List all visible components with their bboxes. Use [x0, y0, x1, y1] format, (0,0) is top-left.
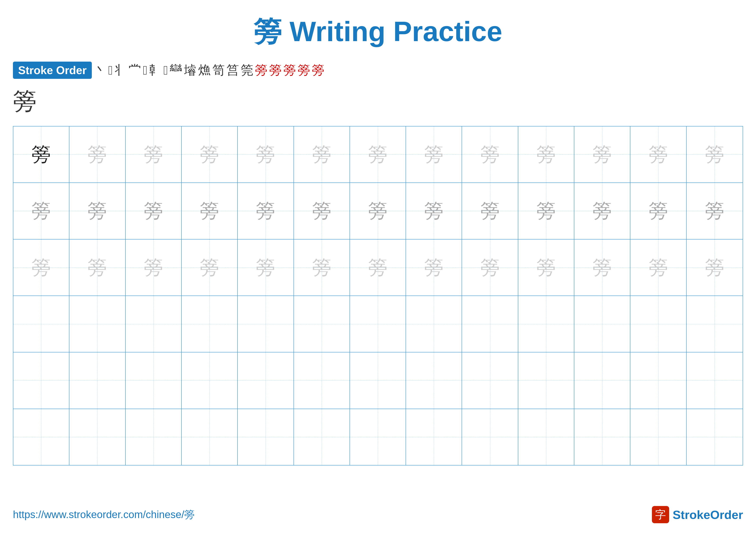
grid-cell: 篣: [687, 183, 742, 239]
grid-cell: 篣: [350, 183, 406, 239]
stroke-4: 龸: [129, 62, 141, 79]
stroke-2: 𠃊: [108, 63, 113, 78]
practice-char-medium: 篣: [536, 198, 556, 224]
stroke-5: 𠂎: [143, 63, 148, 78]
practice-char-medium: 篣: [88, 198, 107, 224]
grid-row-6: [14, 409, 742, 465]
grid-row-1: 篣 篣 篣 篣 篣 篣 篣 篣 篣 篣 篣 篣 篣: [14, 126, 742, 183]
grid-cell: 篣: [406, 126, 462, 183]
practice-char-light: 篣: [88, 254, 107, 281]
grid-cell-empty: [69, 409, 125, 465]
practice-char-medium: 篣: [144, 198, 163, 224]
stroke-order-section: Stroke Order 丶 𠃊 丬 龸 𠂎 龺 𠂎 龻 龼 龽 笥 筥 筦 篣…: [0, 57, 756, 83]
practice-grid: 篣 篣 篣 篣 篣 篣 篣 篣 篣 篣 篣 篣 篣 篣 篣 篣 篣 篣 篣 篣 …: [13, 126, 743, 466]
practice-char-light: 篣: [705, 254, 724, 281]
grid-cell: 篣: [462, 126, 518, 183]
practice-char-light: 篣: [480, 141, 500, 167]
grid-row-2: 篣 篣 篣 篣 篣 篣 篣 篣 篣 篣 篣 篣 篣: [14, 183, 742, 239]
grid-cell: 篣: [69, 126, 125, 183]
grid-cell-empty: [182, 296, 238, 352]
grid-cell: 篣: [630, 126, 687, 183]
grid-cell-empty: [462, 352, 518, 408]
grid-cell-empty: [350, 409, 406, 465]
grid-cell: 篣: [630, 240, 687, 295]
grid-cell-empty: [687, 352, 742, 408]
grid-cell-empty: [126, 296, 182, 352]
practice-char-light: 篣: [368, 141, 388, 167]
practice-char-medium: 篣: [592, 198, 612, 224]
strokeorder-logo-icon: 字: [652, 506, 669, 523]
grid-cell-empty: [14, 296, 69, 352]
grid-cell: 篣: [518, 240, 574, 295]
grid-cell-empty: [294, 409, 350, 465]
grid-cell: 篣: [238, 183, 294, 239]
stroke-11: 笥: [212, 62, 225, 79]
practice-char-light: 篣: [536, 254, 556, 281]
practice-char-light: 篣: [312, 254, 332, 281]
practice-char-light: 篣: [480, 254, 500, 281]
practice-char-light: 篣: [32, 254, 51, 281]
grid-cell: 篣: [406, 240, 462, 295]
practice-char-light: 篣: [592, 254, 612, 281]
grid-cell-empty: [574, 296, 630, 352]
grid-cell-empty: [69, 352, 125, 408]
grid-cell-empty: [350, 296, 406, 352]
page-title: 篣 Writing Practice: [0, 0, 756, 57]
grid-cell-empty: [126, 409, 182, 465]
stroke-15: 篣: [269, 62, 282, 79]
practice-char-light: 篣: [649, 141, 668, 167]
practice-char-light: 篣: [368, 254, 388, 281]
grid-cell-empty: [574, 352, 630, 408]
grid-cell: 篣: [518, 183, 574, 239]
grid-cell-empty: [238, 409, 294, 465]
practice-char-medium: 篣: [368, 198, 388, 224]
grid-cell-empty: [14, 352, 69, 408]
grid-cell: 篣: [462, 240, 518, 295]
stroke-chars: 丶 𠃊 丬 龸 𠂎 龺 𠂎 龻 龼 龽 笥 筥 筦 篣 篣 篣 篣 篣: [94, 62, 325, 79]
grid-cell: 篣: [294, 240, 350, 295]
practice-char-medium: 篣: [312, 198, 332, 224]
grid-cell-empty: [574, 409, 630, 465]
grid-cell: 篣: [574, 183, 630, 239]
grid-cell-empty: [406, 296, 462, 352]
grid-cell: 篣: [462, 183, 518, 239]
practice-char-light: 篣: [256, 141, 275, 167]
stroke-17: 篣: [298, 62, 310, 79]
stroke-16: 篣: [284, 62, 296, 79]
grid-row-3: 篣 篣 篣 篣 篣 篣 篣 篣 篣 篣 篣 篣 篣: [14, 240, 742, 296]
footer-url[interactable]: https://www.strokeorder.com/chinese/篣: [13, 508, 195, 521]
grid-cell-empty: [294, 352, 350, 408]
grid-cell-empty: [238, 352, 294, 408]
grid-cell-empty: [126, 352, 182, 408]
grid-row-5: [14, 352, 742, 409]
grid-cell: 篣: [406, 183, 462, 239]
grid-cell-empty: [630, 352, 687, 408]
practice-char-medium: 篣: [32, 198, 51, 224]
grid-cell: 篣: [350, 126, 406, 183]
grid-cell-empty: [238, 296, 294, 352]
grid-cell: 篣: [69, 183, 125, 239]
footer-logo-text: StrokeOrder: [673, 508, 743, 522]
practice-char-light: 篣: [88, 141, 107, 167]
grid-cell: 篣: [182, 240, 238, 295]
grid-cell: 篣: [574, 126, 630, 183]
grid-cell: 篣: [126, 240, 182, 295]
stroke-18: 篣: [312, 62, 324, 79]
stroke-1: 丶: [94, 62, 106, 79]
grid-cell: 篣: [14, 126, 69, 183]
grid-cell-empty: [687, 409, 742, 465]
stroke-8: 龻: [170, 62, 182, 79]
grid-cell: 篣: [238, 126, 294, 183]
stroke-13: 筦: [241, 62, 253, 79]
practice-char-medium: 篣: [256, 198, 275, 224]
stroke-10: 龽: [198, 62, 210, 79]
stroke-order-badge: Stroke Order: [13, 62, 92, 79]
stroke-14: 篣: [255, 62, 267, 79]
grid-cell: 篣: [294, 183, 350, 239]
footer-logo: 字 StrokeOrder: [652, 506, 743, 523]
stroke-3: 丬: [115, 62, 127, 79]
practice-char-light: 篣: [256, 254, 275, 281]
title-character: 篣: [254, 16, 282, 47]
practice-char-medium: 篣: [705, 198, 724, 224]
grid-cell-empty: [630, 409, 687, 465]
